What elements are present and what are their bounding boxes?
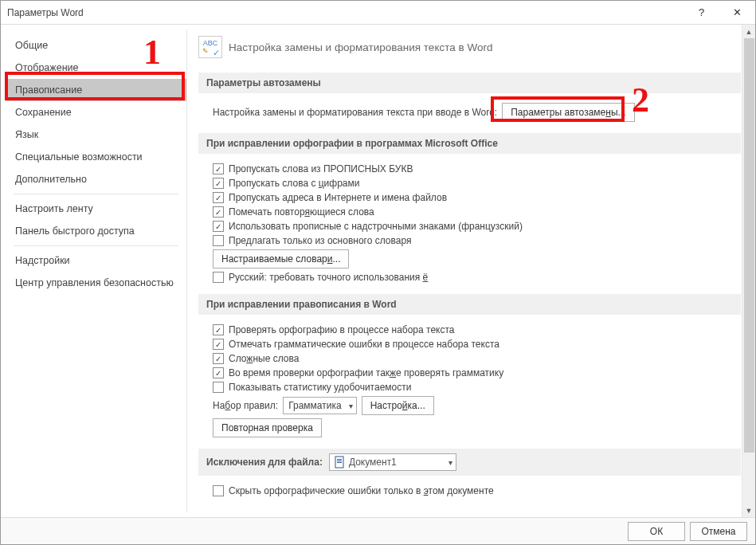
exceptions-doc-dropdown[interactable]: Документ1	[329, 453, 456, 471]
ok-button[interactable]: ОК	[628, 522, 685, 541]
rules-value: Грамматика	[288, 400, 341, 411]
page-header: Настройка замены и форматирования текста…	[229, 41, 492, 53]
chk-uppercase[interactable]	[213, 163, 224, 174]
cancel-button[interactable]: Отмена	[690, 522, 747, 541]
sidebar-item-general[interactable]: Общие	[6, 34, 186, 57]
exceptions-label: Исключения для файла:	[206, 457, 323, 468]
sidebar-item-quickaccess[interactable]: Панель быстрого доступа	[6, 220, 186, 242]
lbl-spell-as-type: Проверять орфографию в процессе набора т…	[229, 324, 455, 335]
sidebar-label: Отображение	[15, 62, 78, 73]
lbl-maindict: Предлагать только из основного словаря	[229, 235, 411, 246]
recheck-button[interactable]: Повторная проверка	[213, 418, 322, 437]
chk-hide-spell-doc[interactable]	[213, 485, 224, 496]
sidebar-label: Специальные возможности	[15, 151, 143, 163]
sidebar-item-save[interactable]: Сохранение	[6, 101, 186, 124]
sidebar-item-ribbon[interactable]: Настроить ленту	[6, 198, 186, 220]
dialog-footer: ОК Отмена	[1, 517, 755, 544]
lbl-russian-yo: Русский: требовать точного использования…	[229, 272, 428, 283]
lbl-numbers: Пропускать слова с цифрами	[229, 178, 360, 189]
sidebar-item-proofing[interactable]: Правописание	[6, 79, 186, 101]
sidebar-label: Дополнительно	[15, 174, 87, 185]
chk-internet[interactable]	[213, 192, 224, 203]
help-button[interactable]: ?	[684, 1, 719, 25]
content-pane: ABC✎ Настройка замены и форматирования т…	[187, 25, 755, 517]
lbl-french: Использовать прописные с надстрочными зн…	[229, 221, 523, 232]
exceptions-doc-name: Документ1	[349, 457, 397, 468]
scrollbar-thumb[interactable]	[744, 38, 754, 453]
sidebar-item-accessibility[interactable]: Специальные возможности	[6, 146, 186, 168]
chk-grammar-as-type[interactable]	[213, 339, 224, 350]
sidebar-label: Сохранение	[15, 107, 72, 118]
lbl-uppercase: Пропускать слова из ПРОПИСНЫХ БУКВ	[229, 163, 413, 174]
lbl-readability: Показывать статистику удобочитаемости	[229, 382, 411, 393]
lbl-internet: Пропускать адреса в Интернете и имена фа…	[229, 192, 447, 203]
lbl-complex-words: Сложные слова	[229, 353, 299, 364]
lbl-grammar-as-type: Отмечать грамматические ошибки в процесс…	[229, 339, 499, 350]
grammar-settings-button[interactable]: Настройка...	[362, 396, 434, 415]
sidebar-label: Панель быстрого доступа	[15, 225, 135, 237]
sidebar-item-addins[interactable]: Надстройки	[6, 249, 186, 272]
close-button[interactable]: ✕	[719, 1, 755, 25]
svg-rect-1	[337, 459, 342, 460]
autocorrect-options-button[interactable]: Параметры автозамены...	[502, 103, 634, 122]
document-icon	[335, 456, 346, 469]
sidebar-label: Настроить ленту	[15, 203, 93, 214]
chk-readability[interactable]	[213, 382, 224, 393]
section-word-spelling: При исправлении правописания в Word	[198, 294, 741, 315]
lbl-grammar-with-spell: Во время проверки орфографии также прове…	[229, 367, 503, 378]
scrollbar[interactable]: ▲ ▼	[742, 25, 755, 517]
chk-spell-as-type[interactable]	[213, 324, 224, 335]
sidebar-label: Общие	[15, 40, 48, 51]
sidebar-label: Правописание	[15, 84, 82, 96]
sidebar-label: Центр управления безопасностью	[15, 277, 174, 288]
rules-label: Набор правил:	[213, 400, 278, 411]
chk-grammar-with-spell[interactable]	[213, 367, 224, 378]
section-office-spelling: При исправлении орфографии в программах …	[198, 133, 741, 154]
autocorrect-desc: Настройка замены и форматирования текста…	[213, 107, 497, 118]
scroll-up-icon[interactable]: ▲	[742, 25, 755, 38]
chk-french[interactable]	[213, 221, 224, 232]
sidebar-item-trust[interactable]: Центр управления безопасностью	[6, 272, 186, 294]
sidebar-label: Надстройки	[15, 255, 70, 266]
chk-repeated[interactable]	[213, 206, 224, 218]
chk-maindict[interactable]	[213, 235, 224, 246]
sidebar: Общие Отображение Правописание Сохранени…	[6, 29, 187, 512]
rules-dropdown[interactable]: Грамматика	[283, 397, 356, 414]
titlebar: Параметры Word ? ✕	[1, 1, 755, 25]
sidebar-item-language[interactable]: Язык	[6, 124, 186, 146]
sidebar-separator	[14, 194, 178, 194]
custom-dicts-button[interactable]: Настраиваемые словари...	[213, 249, 349, 269]
svg-rect-2	[337, 461, 342, 461]
chk-russian-yo[interactable]	[213, 272, 224, 283]
svg-rect-3	[337, 462, 342, 463]
section-exceptions: Исключения для файла: Документ1	[198, 449, 741, 476]
scroll-down-icon[interactable]: ▼	[742, 504, 755, 517]
proofing-icon: ABC✎	[198, 36, 222, 58]
sidebar-item-display[interactable]: Отображение	[6, 57, 186, 79]
sidebar-item-advanced[interactable]: Дополнительно	[6, 168, 186, 190]
sidebar-label: Язык	[15, 129, 38, 140]
window-title: Параметры Word	[7, 7, 684, 18]
chk-numbers[interactable]	[213, 178, 224, 189]
lbl-hide-spell-doc: Скрыть орфографические ошибки только в э…	[229, 485, 494, 496]
sidebar-separator	[14, 245, 178, 246]
section-autocorrect: Параметры автозамены	[198, 73, 741, 93]
lbl-repeated: Помечать повторяющиеся слова	[229, 206, 374, 218]
chk-complex-words[interactable]	[213, 353, 224, 364]
